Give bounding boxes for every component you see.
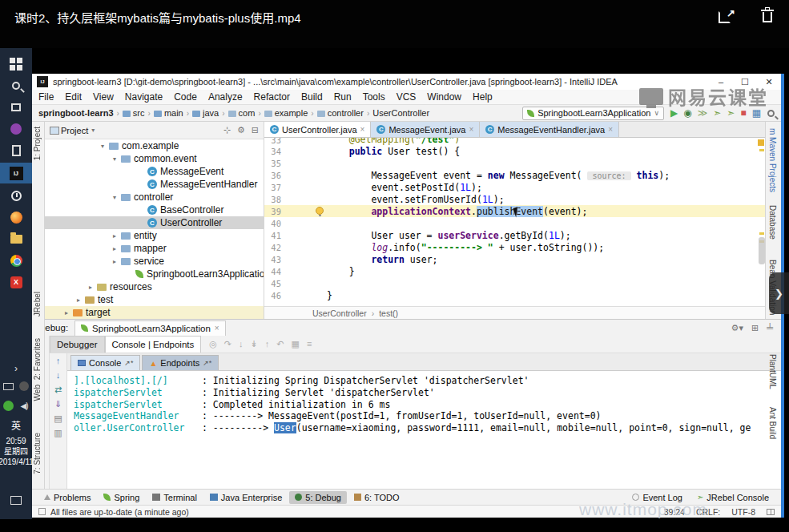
- tree-item-entity[interactable]: ▸entity: [45, 229, 264, 242]
- clear-console-button[interactable]: ▥: [54, 429, 62, 437]
- chevron-down-icon[interactable]: ▾: [113, 155, 121, 163]
- chevron-down-icon[interactable]: ▾: [113, 194, 121, 201]
- scrollbar-thumb[interactable]: [759, 237, 765, 264]
- tree-item-service[interactable]: ▸service: [45, 255, 264, 268]
- taskbar-clock[interactable]: 20:59星期四2019/4/11: [0, 433, 32, 470]
- breadcrumb-item-java[interactable]: java: [203, 108, 219, 118]
- tree-item-controller[interactable]: ▾controller: [45, 191, 264, 204]
- console-output[interactable]: ].[localhost].[/]: Initializing Spring D…: [67, 371, 781, 489]
- toolwindow-6-todo[interactable]: 6: TODO: [348, 491, 405, 504]
- step-icon-5[interactable]: ↶: [276, 340, 284, 349]
- menu-item-navigate[interactable]: Navigate: [125, 91, 163, 103]
- tree-item-basecontroller[interactable]: CBaseController: [45, 204, 264, 216]
- tool-strip-7-structure[interactable]: 7: Structure: [33, 433, 42, 474]
- close-icon[interactable]: ×: [215, 324, 219, 332]
- gear-icon[interactable]: ⚙▾: [731, 323, 743, 333]
- breadcrumb-item-controller[interactable]: controller: [328, 108, 364, 118]
- breadcrumb-item-com[interactable]: com: [239, 108, 256, 118]
- taskbar-taskview-button[interactable]: [0, 98, 32, 117]
- scroll-to-end-button[interactable]: ⇓: [54, 400, 62, 409]
- toolwindow-java-enterprise[interactable]: Java Enterprise: [204, 491, 288, 504]
- tool-strip-1-project[interactable]: 1: Project: [33, 127, 42, 160]
- stop-button[interactable]: ■: [740, 108, 746, 118]
- tree-item-common.event[interactable]: ▾common.event: [45, 152, 264, 165]
- tab-usercontroller.java[interactable]: CUserController.java×: [264, 122, 371, 137]
- sidebar-expand-button[interactable]: ❯: [769, 272, 789, 314]
- taskbar-file-explorer[interactable]: [0, 229, 32, 248]
- run-button[interactable]: ▶: [670, 108, 678, 118]
- breadcrumb-item-main[interactable]: main: [164, 108, 183, 118]
- tool-strip-database[interactable]: Database: [768, 205, 777, 240]
- tree-item-messageeventhandler[interactable]: CMessageEventHandler: [45, 178, 264, 191]
- ide-title-bar[interactable]: IJ springboot-learn3 [D:\git-demo\spring…: [32, 74, 781, 90]
- taskbar-tray-expand[interactable]: ›: [0, 359, 32, 378]
- taskbar-ime-indicator[interactable]: 英: [0, 415, 32, 434]
- tree-item-target[interactable]: ▸target: [45, 306, 264, 319]
- taskbar-firefox[interactable]: [0, 208, 32, 227]
- tool-strip-jrebel[interactable]: JRebel: [33, 292, 42, 316]
- tool-strip-ant-build[interactable]: Ant Build: [768, 407, 777, 439]
- print-console-button[interactable]: ▤: [54, 414, 62, 423]
- taskbar-calculator[interactable]: [0, 141, 32, 160]
- tool-strip-2-favorites[interactable]: 2: Favorites: [33, 338, 42, 380]
- breadcrumb-item-usercontroller[interactable]: UserController: [372, 108, 429, 118]
- taskbar-tray-app[interactable]: [16, 377, 32, 396]
- taskbar-intellij-idea[interactable]: IJ: [0, 163, 32, 183]
- jrebel-run-button[interactable]: ➣: [713, 108, 721, 118]
- breadcrumb-item-example[interactable]: example: [275, 108, 308, 118]
- tool-strip-web[interactable]: Web: [33, 385, 42, 401]
- tab-messageeventhandler.java[interactable]: CMessageEventHandler.java×: [480, 122, 619, 137]
- close-icon[interactable]: ×: [469, 125, 473, 134]
- menu-item-refactor[interactable]: Refactor: [254, 91, 290, 103]
- search-everywhere-icon[interactable]: [767, 110, 775, 117]
- chevron-right-icon[interactable]: ▸: [113, 232, 121, 240]
- tree-item-mapper[interactable]: ▸mapper: [45, 242, 264, 255]
- taskbar-tray-wechat[interactable]: [0, 396, 16, 415]
- tool-strip-plantuml[interactable]: PlantUML: [768, 354, 777, 389]
- profiler-button[interactable]: ≫: [698, 108, 708, 118]
- chevron-right-icon[interactable]: ▸: [113, 245, 121, 252]
- breadcrumb-item-springboot-learn3[interactable]: springboot-learn3: [38, 108, 114, 118]
- project-panel-header[interactable]: Project ▾ ⊹ ⚙ ⊟: [45, 122, 264, 139]
- taskbar-app-clock[interactable]: [0, 186, 32, 205]
- menu-item-build[interactable]: Build: [301, 91, 323, 103]
- close-icon[interactable]: ×: [360, 125, 365, 134]
- taskbar-search-button[interactable]: [0, 76, 32, 95]
- chevron-down-icon[interactable]: ▾: [101, 143, 109, 150]
- menu-item-file[interactable]: File: [38, 91, 54, 103]
- chevron-right-icon[interactable]: ▸: [77, 296, 85, 304]
- tree-item-springbootlearn3application[interactable]: SpringbootLearn3Application: [45, 268, 264, 280]
- menu-item-analyze[interactable]: Analyze: [208, 91, 243, 103]
- minimize-button[interactable]: –: [709, 77, 733, 87]
- intention-bulb-icon[interactable]: [316, 207, 324, 215]
- taskbar-app-x[interactable]: X: [0, 272, 32, 292]
- jrebel-debug-button[interactable]: ➣: [727, 108, 735, 118]
- step-icon-2[interactable]: ↓: [239, 340, 244, 349]
- subtab-endpoints[interactable]: ▲Endpoints↗*: [142, 355, 219, 370]
- coverage-button[interactable]: ▦: [752, 108, 761, 118]
- debug-button[interactable]: ◉: [683, 108, 691, 118]
- breadcrumb-class[interactable]: UserController: [312, 308, 367, 318]
- caret-position[interactable]: 39:24: [664, 507, 685, 517]
- debug-tab-console-endpoints[interactable]: Console | Endpoints: [105, 336, 202, 353]
- step-icon-7[interactable]: ≡: [307, 340, 312, 349]
- run-configuration-select[interactable]: SpringbootLearn3Application ∨: [522, 107, 664, 120]
- close-icon[interactable]: ×: [608, 125, 613, 134]
- step-icon-6[interactable]: ▦: [292, 340, 300, 349]
- menu-item-code[interactable]: Code: [174, 91, 197, 103]
- chevron-right-icon[interactable]: ▸: [65, 309, 73, 316]
- taskbar-start-button[interactable]: [0, 54, 32, 74]
- chevron-right-icon[interactable]: ▸: [113, 258, 121, 265]
- share-icon[interactable]: ↗: [718, 7, 735, 25]
- debug-tab-debugger[interactable]: Debugger: [50, 336, 105, 353]
- toolwindow-spring[interactable]: Spring: [98, 491, 145, 504]
- tree-item-com.example[interactable]: ▾com.example: [45, 139, 264, 152]
- toolwindow-event-log[interactable]: Event Log: [626, 491, 688, 504]
- breadcrumb-item-src[interactable]: src: [133, 108, 145, 118]
- toolwindow-problems[interactable]: Problems: [38, 491, 96, 504]
- subtab-console[interactable]: Console↗*: [70, 355, 140, 370]
- toolwindow-jrebel-console[interactable]: ➣JRebel Console: [691, 491, 775, 504]
- line-separator[interactable]: CRLF:: [696, 507, 720, 517]
- code-editor[interactable]: 33 @GetMapping("/test")34 public User te…: [264, 138, 765, 306]
- soft-wrap-button[interactable]: ⇄: [54, 385, 62, 394]
